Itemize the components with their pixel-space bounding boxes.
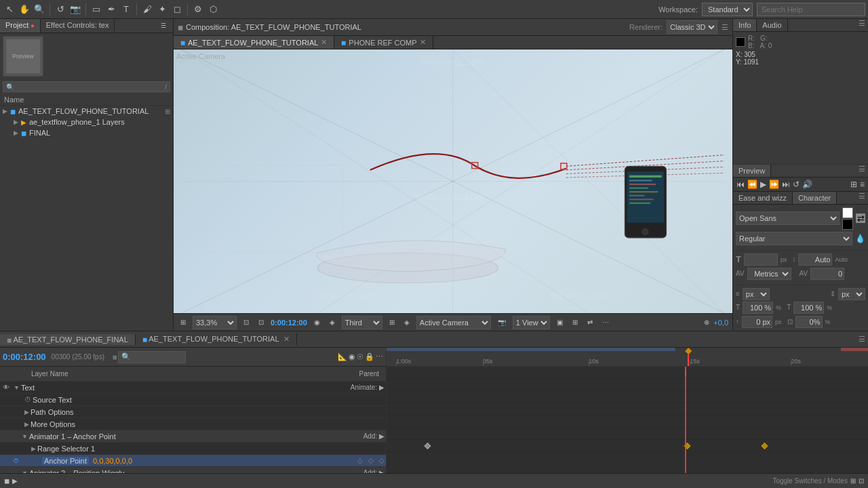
eraser-tool-icon[interactable]: ◻ [170,3,184,16]
renderer-select[interactable]: Classic 3D [667,20,717,34]
timeline-tab-2[interactable]: ◼ AE_TEXT_FLOW_PHONE_TUTORIAL ✕ [136,333,297,345]
kerning-select[interactable]: Metrics [747,268,791,280]
tl-layer-text[interactable]: 👁 ▼ Text Animate: ▶ [0,382,386,394]
tl-layer-source-text[interactable]: ⏱ Source Text [0,394,386,406]
tl-tab2-close[interactable]: ✕ [283,335,290,343]
tl-more-btn[interactable]: ⋯ [376,352,383,361]
panel-menu-icon[interactable]: ☰ [157,19,170,33]
project-search[interactable]: 🔍 / [3,81,170,92]
effect-controls-tab[interactable]: Effect Controls: tex [41,19,115,33]
stroke-color-swatch[interactable] [842,219,853,230]
stamp-tool-icon[interactable]: ✦ [155,3,169,16]
tl-bottom-modes-btn[interactable]: ⊞ [850,477,856,485]
camera-select[interactable]: Active Camera [416,316,491,329]
space-select[interactable]: px [838,288,865,300]
tl-expand-path[interactable]: ▶ [24,409,29,415]
selection-tool-icon[interactable]: ↖ [3,3,16,16]
kf-anchor-1[interactable] [424,443,431,449]
tl-expand-range1[interactable]: ▶ [31,445,36,452]
preview-tab[interactable]: Preview [733,165,771,177]
ease-wizz-tab[interactable]: Ease and wizz [733,192,793,204]
skip-to-end-btn[interactable]: ⏭ [781,179,791,190]
viewer-cam-btn[interactable]: 📷 [495,318,509,327]
leading-input[interactable] [798,253,832,266]
baseline-input[interactable] [742,316,772,328]
tl-bottom-comp-btn[interactable]: ◼ [4,477,9,485]
tracking-input[interactable] [810,268,844,280]
preview-panel-menu[interactable]: ☰ [856,165,868,177]
viewer-snap-btn[interactable]: ◉ [311,318,323,327]
timeline-search-input[interactable] [118,351,186,363]
tl-bottom-render-btn[interactable]: ▶ [12,477,18,485]
viewer-safe-btn[interactable]: ⊡ [256,318,267,327]
scale-h-input[interactable] [743,302,773,314]
tl-stopwatch-source[interactable]: ⏱ [24,396,31,403]
comp-tab-1[interactable]: ◼ AE_TEXT_FLOW_PHONE_TUTORIAL ✕ [174,36,334,49]
scale-v-input[interactable] [793,302,824,314]
eyedropper-btn[interactable]: 💧 [855,234,865,243]
audio-btn[interactable]: 🔊 [802,179,813,190]
loop-btn[interactable]: ↺ [792,179,800,190]
tl-prop-btn[interactable]: ◉ [349,352,355,361]
swap-colors-btn[interactable]: ⇄ [856,214,865,223]
viewer-grid-btn[interactable]: ⊞ [178,318,189,327]
audio-tab[interactable]: Audio [757,19,787,31]
character-tab[interactable]: Character [793,192,837,204]
rotate-tool-icon[interactable]: ↺ [54,3,67,16]
rect-tool-icon[interactable]: ▭ [90,3,103,16]
kf-anchor-3[interactable] [761,443,768,449]
tl-toggle-btn[interactable]: ≡ [113,353,117,361]
kf-diamond-center[interactable]: ◇ [368,457,374,464]
preview-options-btn[interactable]: ⊞ [850,179,858,190]
search-help-input[interactable] [757,3,865,16]
animate-btn[interactable]: Animate: ▶ [351,384,384,391]
tsume-input[interactable] [795,316,823,328]
tl-expand-anim1[interactable]: ▼ [22,433,28,440]
tl-ruler-btn[interactable]: 📐 [338,352,347,361]
kf-diamond-left[interactable]: ◇ [357,457,363,464]
prev-frame-btn[interactable]: ⏪ [747,179,758,190]
preview-reset-btn[interactable]: ≡ [859,179,865,190]
tl-layer-animator1[interactable]: ▼ Animator 1 – Anchor Point Add: ▶ [0,430,386,443]
tl-expand-more[interactable]: ▶ [24,421,29,428]
comp-tab-2[interactable]: ◼ PHONE REF COMP ✕ [334,36,433,49]
char-panel-menu[interactable]: ☰ [856,192,868,204]
zoom-tool-icon[interactable]: 🔍 [33,3,46,16]
viewer-fit-btn[interactable]: ⊡ [241,318,252,327]
comp-tab-1-close[interactable]: ✕ [321,38,327,47]
project-search-input[interactable] [14,83,165,91]
timeline-panel-menu[interactable]: ☰ [856,335,868,344]
roto-tool-icon[interactable]: ⚙ [191,3,205,16]
tl-layer-animator2[interactable]: ▼ Animator 2 – Position Wiggly Add: ▶ [0,467,386,473]
tl-layer-anchor[interactable]: ⏱ Anchor Point 0,0,30,0,0,0 ◇ ◇ ◇ [0,455,386,467]
views-select[interactable]: 1 View [513,316,550,329]
fill-color-swatch[interactable] [842,207,853,218]
camera-tool-icon[interactable]: 📷 [68,3,82,16]
pen-tool-icon[interactable]: ✒ [104,3,118,16]
skip-to-start-btn[interactable]: ⏮ [736,179,745,190]
info-panel-menu[interactable]: ☰ [856,19,868,31]
kf-diamond-right[interactable]: ◇ [379,457,384,464]
anim1-add-btn[interactable]: Add: ▶ [363,432,384,440]
brush-tool-icon[interactable]: 🖌 [140,3,154,16]
comp-header-menu[interactable]: ☰ [722,23,728,32]
viewer-3d-btn[interactable]: ◈ [327,318,338,327]
tl-layer-more-options[interactable]: ▶ More Options [0,418,386,430]
viewer-stereo-btn[interactable]: ⊞ [570,318,580,327]
font-size-input[interactable] [744,253,778,266]
tl-layer-range1[interactable]: ▶ Range Selector 1 [0,443,386,455]
tl-bottom-extra-btn[interactable]: ⊡ [859,477,864,485]
text-tool-icon[interactable]: T [119,3,133,16]
workspace-select[interactable]: Standard [702,3,753,16]
tl-stopwatch-anchor[interactable]: ⏱ [11,458,20,464]
viewer-grid2-btn[interactable]: ⊞ [387,318,397,327]
tl-eye-text[interactable]: 👁 [1,384,11,391]
tl-expand-text[interactable]: ▼ [14,384,20,391]
tl-lock-btn[interactable]: 🔒 [365,352,374,361]
font-family-select[interactable]: Open Sans [736,211,840,225]
font-style-select[interactable]: Regular [736,232,852,245]
project-item-2[interactable]: ▶ ◼ FINAL [11,127,173,138]
project-item-1[interactable]: ▶ ▶ ae_textflow_phone_1 Layers [11,117,173,127]
hand-tool-icon[interactable]: ✋ [18,3,31,16]
viewer-film-btn[interactable]: ▣ [554,318,566,327]
